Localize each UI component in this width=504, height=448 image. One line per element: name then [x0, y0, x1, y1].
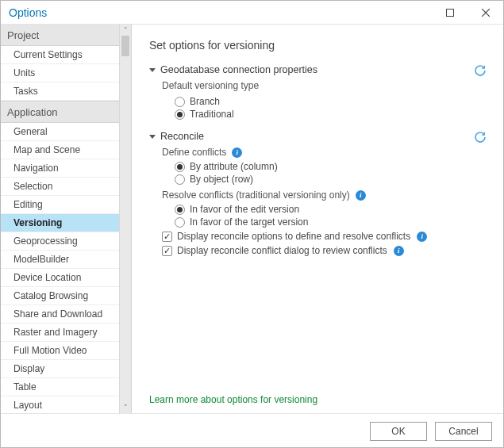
sidebar-item-geoprocessing[interactable]: Geoprocessing [1, 232, 120, 251]
radio-favor-target[interactable]: In favor of the target version [175, 216, 489, 228]
reset-reconcile-button[interactable] [473, 130, 487, 144]
sidebar-item-raster-imagery[interactable]: Raster and Imagery [1, 324, 120, 342]
group-reconcile: Reconcile Define conflicts i By attribut… [149, 131, 489, 256]
content-pane: Set options for versioning Geodatabase c… [132, 25, 503, 413]
chevron-down-icon [149, 68, 156, 72]
scroll-down-arrow-icon[interactable]: ˅ [120, 402, 131, 413]
reset-geodatabase-button[interactable] [473, 63, 487, 78]
sidebar: Project Current Settings Units Tasks App… [1, 25, 132, 413]
radio-icon [175, 97, 185, 107]
resolve-conflicts-label-row: Resolve conflicts (traditional versionin… [162, 190, 489, 201]
info-icon[interactable]: i [356, 190, 366, 201]
sidebar-item-units[interactable]: Units [1, 64, 120, 82]
sidebar-item-current-settings[interactable]: Current Settings [1, 46, 120, 64]
group-title-geodatabase: Geodatabase connection properties [160, 64, 317, 75]
scroll-thumb[interactable] [121, 36, 129, 56]
radio-icon [175, 217, 185, 228]
radio-favor-edit-label: In favor of the edit version [190, 204, 299, 215]
sidebar-item-device-location[interactable]: Device Location [1, 269, 120, 287]
sidebar-scrollbar[interactable]: ˄ ˅ [119, 25, 131, 413]
radio-icon [175, 174, 185, 185]
ok-button[interactable]: OK [370, 422, 427, 441]
info-icon[interactable]: i [394, 246, 404, 256]
sidebar-item-display[interactable]: Display [1, 360, 120, 378]
close-button[interactable] [467, 1, 503, 25]
sidebar-item-general[interactable]: General [1, 123, 120, 141]
page-title: Set options for versioning [149, 39, 489, 52]
maximize-button[interactable] [432, 1, 467, 25]
sidebar-item-editing[interactable]: Editing [1, 196, 120, 214]
group-title-reconcile: Reconcile [160, 131, 204, 142]
close-icon [482, 9, 490, 17]
sidebar-section-project[interactable]: Project [1, 25, 131, 46]
radio-by-object[interactable]: By object (row) [175, 174, 489, 185]
radio-branch[interactable]: Branch [175, 96, 489, 107]
sidebar-item-modelbuilder[interactable]: ModelBuilder [1, 251, 120, 269]
define-conflicts-label-row: Define conflicts i [162, 147, 489, 158]
radio-icon [175, 205, 185, 215]
window-title: Options [9, 6, 432, 19]
versioning-type-label: Default versioning type [162, 80, 489, 91]
radio-icon [175, 162, 185, 172]
radio-icon [175, 109, 185, 120]
cancel-button[interactable]: Cancel [435, 422, 492, 441]
check-display-options[interactable]: ✓ Display reconcile options to define an… [162, 231, 489, 242]
group-header-geodatabase[interactable]: Geodatabase connection properties [149, 64, 489, 75]
reset-icon [473, 63, 487, 78]
dialog-body: Project Current Settings Units Tasks App… [1, 25, 503, 413]
sidebar-item-tasks[interactable]: Tasks [1, 82, 120, 101]
chevron-down-icon [149, 135, 156, 139]
define-conflicts-label: Define conflicts [162, 147, 226, 158]
sidebar-item-table[interactable]: Table [1, 378, 120, 396]
sidebar-item-layout[interactable]: Layout [1, 396, 120, 413]
check-display-dialog[interactable]: ✓ Display reconcile conflict dialog to r… [162, 245, 489, 256]
footer: OK Cancel [1, 413, 503, 448]
group-geodatabase: Geodatabase connection properties Defaul… [149, 64, 489, 120]
svg-rect-0 [446, 9, 453, 16]
check-display-dialog-label: Display reconcile conflict dialog to rev… [177, 245, 387, 256]
radio-by-attribute[interactable]: By attribute (column) [175, 161, 489, 172]
radio-traditional[interactable]: Traditional [175, 109, 489, 120]
sidebar-item-versioning[interactable]: Versioning [1, 214, 120, 232]
checkbox-icon: ✓ [162, 246, 172, 256]
learn-more-link[interactable]: Learn more about options for versioning [149, 394, 317, 405]
radio-favor-target-label: In favor of the target version [190, 216, 308, 228]
info-icon[interactable]: i [232, 147, 242, 158]
radio-branch-label: Branch [190, 96, 220, 107]
reset-icon [473, 130, 487, 144]
check-display-options-label: Display reconcile options to define and … [177, 231, 410, 242]
sidebar-item-full-motion-video[interactable]: Full Motion Video [1, 342, 120, 360]
titlebar: Options [1, 1, 503, 25]
sidebar-item-catalog-browsing[interactable]: Catalog Browsing [1, 287, 120, 305]
radio-favor-edit[interactable]: In favor of the edit version [175, 204, 489, 215]
radio-by-attribute-label: By attribute (column) [190, 161, 278, 172]
sidebar-item-selection[interactable]: Selection [1, 178, 120, 196]
sidebar-section-application[interactable]: Application [1, 101, 131, 123]
checkbox-icon: ✓ [162, 232, 172, 242]
sidebar-item-share-download[interactable]: Share and Download [1, 305, 120, 324]
group-header-reconcile[interactable]: Reconcile [149, 131, 489, 142]
sidebar-item-map-scene[interactable]: Map and Scene [1, 141, 120, 159]
sidebar-item-navigation[interactable]: Navigation [1, 159, 120, 178]
radio-by-object-label: By object (row) [190, 174, 253, 185]
scroll-up-arrow-icon[interactable]: ˄ [120, 25, 131, 36]
radio-traditional-label: Traditional [190, 109, 234, 120]
resolve-conflicts-label: Resolve conflicts (traditional versionin… [162, 190, 350, 201]
maximize-icon [446, 9, 454, 17]
info-icon[interactable]: i [417, 232, 427, 242]
